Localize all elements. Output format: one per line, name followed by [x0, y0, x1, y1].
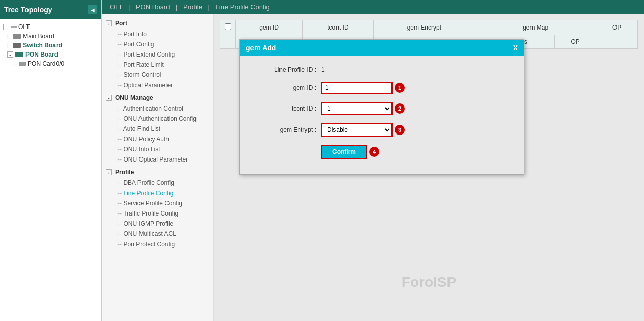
- gem-id-label: gem ID :: [255, 84, 316, 91]
- gem-encrypt-row: gem Entrypt : Disable Enable 3: [255, 123, 509, 137]
- profile-minus-icon: -: [106, 169, 112, 175]
- tree-item-pon-card[interactable]: |-- PON Card0/0: [2, 59, 99, 68]
- port-section-label: Port: [115, 20, 127, 27]
- breadcrumb-pon-board[interactable]: PON Board: [136, 3, 170, 11]
- col-sub-empty5: [596, 35, 638, 49]
- step-badge-3: 3: [395, 125, 405, 135]
- pon-card-label: PON Card0/0: [27, 60, 64, 67]
- modal-close-button[interactable]: X: [513, 44, 518, 52]
- olt-expand-icon[interactable]: -: [3, 24, 9, 30]
- nav-line-profile-config[interactable]: Line Profile Config: [102, 188, 213, 198]
- switch-board-label: Switch Board: [23, 42, 62, 49]
- line-profile-id-value: 1: [321, 66, 325, 73]
- nav-port-rate-limit[interactable]: Port Rate Limit: [102, 60, 213, 70]
- nav-section-onu-manage: - ONU Manage Authentication Control ONU …: [102, 92, 213, 165]
- tree-item-pon-board[interactable]: - PON Board: [2, 50, 99, 59]
- pon-card-icon: [19, 62, 26, 66]
- select-all-checkbox[interactable]: [225, 23, 231, 30]
- onu-manage-section-label: ONU Manage: [115, 94, 153, 101]
- tree-line-switch: |--: [7, 43, 12, 48]
- breadcrumb-sep3: |: [208, 3, 212, 11]
- confirm-button[interactable]: Confirm: [321, 145, 367, 159]
- breadcrumb: OLT | PON Board | Profile | Line Profile…: [102, 0, 644, 14]
- nav-service-profile-config[interactable]: Service Profile Config: [102, 198, 213, 208]
- pon-board-icon: [15, 52, 23, 57]
- nav-auto-find-list[interactable]: Auto Find List: [102, 124, 213, 134]
- gem-id-input[interactable]: 1: [321, 82, 393, 94]
- tree-line-main: |--: [7, 34, 12, 39]
- breadcrumb-sep2: |: [176, 3, 179, 11]
- tree-container: - OLT |-- Main Board |-- Switch Board - …: [0, 19, 101, 321]
- nav-optical-parameter[interactable]: Optical Parameter: [102, 80, 213, 90]
- gem-encrypt-select[interactable]: Disable Enable: [321, 123, 393, 137]
- gem-id-row: gem ID : 1 1: [255, 82, 509, 94]
- nav-auth-control[interactable]: Authentication Control: [102, 103, 213, 114]
- col-checkbox: [220, 20, 236, 35]
- breadcrumb-profile[interactable]: Profile: [183, 3, 202, 11]
- profile-section-label: Profile: [115, 169, 134, 176]
- port-minus-icon: -: [106, 20, 112, 26]
- pon-board-label: PON Board: [25, 51, 58, 58]
- main-panel: OLT | PON Board | Profile | Line Profile…: [102, 0, 644, 321]
- tree-item-switch-board[interactable]: |-- Switch Board: [2, 41, 99, 50]
- line-profile-id-row: Line Profile ID : 1: [255, 66, 509, 73]
- nav-onu-auth-config[interactable]: ONU Authentication Config: [102, 114, 213, 124]
- nav-onu-multicast-acl[interactable]: ONU Multicast ACL: [102, 229, 213, 239]
- line-profile-id-label: Line Profile ID :: [255, 66, 316, 73]
- tcont-id-row: tcont ID : 1 2 3 4 2: [255, 102, 509, 115]
- col-gem-map-op: OP: [554, 35, 596, 49]
- content-area: - Port Port Info Port Config Port Extend…: [102, 14, 644, 321]
- step-badge-2: 2: [395, 103, 405, 114]
- tcont-id-select[interactable]: 1 2 3 4: [321, 102, 393, 115]
- sidebar-title: Tree Topology: [4, 6, 52, 14]
- nav-traffic-profile-config[interactable]: Traffic Profile Config: [102, 208, 213, 219]
- modal-title: gem Add: [246, 44, 276, 52]
- nav-port-extend-config[interactable]: Port Extend Config: [102, 49, 213, 60]
- nav-pon-protect-config[interactable]: Pon Protect Config: [102, 239, 213, 249]
- col-op: OP: [596, 20, 638, 35]
- switch-board-icon: [13, 43, 21, 48]
- nav-port-info[interactable]: Port Info: [102, 29, 213, 39]
- col-gem-id: gem ID: [236, 20, 303, 35]
- col-tcont-id: tcont ID: [303, 20, 374, 35]
- left-nav: - Port Port Info Port Config Port Extend…: [102, 14, 214, 321]
- tree-line-card: |--: [12, 60, 18, 67]
- gem-encrypt-label: gem Entrypt :: [255, 126, 316, 133]
- breadcrumb-olt[interactable]: OLT: [110, 3, 122, 11]
- nav-dba-profile-config[interactable]: DBA Profile Config: [102, 178, 213, 188]
- sidebar: Tree Topology ◀ - OLT |-- Main Board |--…: [0, 0, 102, 321]
- step-badge-4: 4: [369, 147, 379, 157]
- port-section-header[interactable]: - Port: [102, 18, 213, 29]
- sidebar-header: Tree Topology ◀: [0, 0, 101, 19]
- breadcrumb-line-profile-config: Line Profile Config: [216, 3, 270, 11]
- right-panel: gem ID tcont ID gem Encrypt gem Map OP N…: [214, 14, 644, 321]
- watermark-text: ForoISP: [402, 274, 456, 290]
- olt-label: OLT: [18, 23, 30, 31]
- watermark: ForoISP: [402, 274, 456, 290]
- onu-manage-minus-icon: -: [106, 95, 112, 101]
- col-gem-encrypt: gem Encrypt: [373, 20, 475, 35]
- nav-onu-policy-auth[interactable]: ONU Policy Auth: [102, 134, 213, 144]
- nav-section-port: - Port Port Info Port Config Port Extend…: [102, 18, 213, 90]
- nav-onu-optical-param[interactable]: ONU Optical Parameter: [102, 154, 213, 165]
- pon-expand-icon[interactable]: -: [7, 51, 13, 58]
- nav-storm-control[interactable]: Storm Control: [102, 70, 213, 80]
- breadcrumb-sep1: |: [128, 3, 132, 11]
- nav-port-config[interactable]: Port Config: [102, 39, 213, 49]
- profile-section-header[interactable]: - Profile: [102, 167, 213, 178]
- step-badge-1: 1: [395, 83, 405, 93]
- col-sub-empty1: [220, 35, 236, 49]
- tree-item-main-board[interactable]: |-- Main Board: [2, 32, 99, 41]
- main-board-label: Main Board: [23, 33, 54, 40]
- modal-body: Line Profile ID : 1 gem ID : 1 1 tcont I…: [240, 56, 524, 174]
- nav-onu-igmp-profile[interactable]: ONU IGMP Profile: [102, 219, 213, 229]
- tree-item-olt[interactable]: - OLT: [2, 22, 99, 32]
- tcont-id-label: tcont ID :: [255, 105, 316, 112]
- nav-onu-info-list[interactable]: ONU Info List: [102, 144, 213, 154]
- col-gem-map: gem Map: [475, 20, 596, 35]
- modal-title-bar: gem Add X: [240, 40, 524, 56]
- gem-add-modal: gem Add X Line Profile ID : 1 gem ID : 1…: [239, 39, 524, 175]
- sidebar-collapse-button[interactable]: ◀: [88, 5, 97, 14]
- onu-manage-section-header[interactable]: - ONU Manage: [102, 92, 213, 103]
- main-board-icon: [13, 34, 21, 39]
